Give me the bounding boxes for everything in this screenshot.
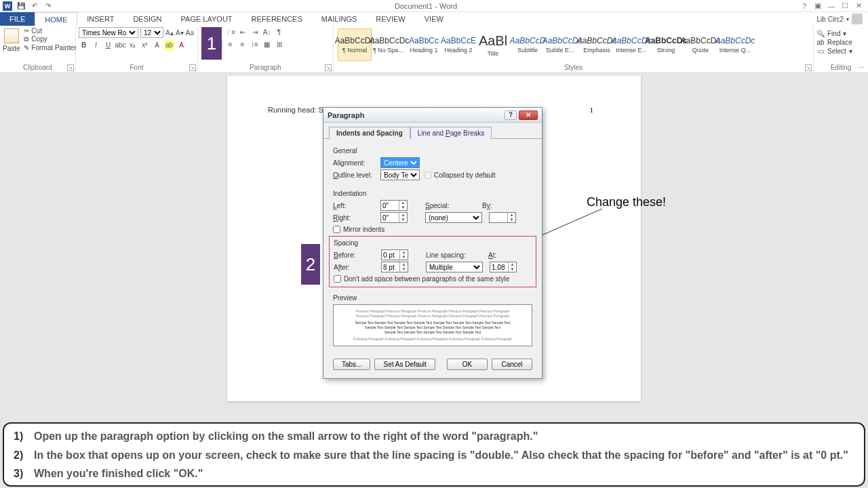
dialog-titlebar[interactable]: Paragraph ? ✕ [323, 108, 542, 123]
style-item[interactable]: AaBbCcDcSubtle Em... [545, 28, 579, 61]
style-item[interactable]: AaBbCcDcStrong [649, 28, 683, 61]
cut-icon: ✂ [23, 27, 30, 35]
italic-button[interactable]: I [91, 40, 101, 50]
align-right-button[interactable]: ≡ [225, 39, 235, 49]
decrease-indent-button[interactable]: ⇤ [237, 27, 248, 37]
line-spacing-button[interactable]: ↕≡ [250, 39, 260, 49]
dialog-help-icon[interactable]: ? [505, 110, 517, 120]
instruction-text-3: When you're finished click "OK." [34, 466, 854, 481]
font-launcher[interactable]: ↘ [189, 64, 196, 71]
tab-page-layout[interactable]: PAGE LAYOUT [172, 12, 242, 26]
styles-launcher[interactable]: ↘ [805, 64, 812, 71]
subscript-button[interactable]: x₂ [127, 40, 138, 50]
clipboard-launcher[interactable]: ↘ [67, 64, 74, 71]
select-button[interactable]: ▭Select ▾ [816, 47, 864, 55]
ok-button[interactable]: OK [447, 359, 488, 370]
styles-gallery[interactable]: AaBbCcDc¶ NormalAaBbCcDc¶ No Spac...AaBb… [336, 27, 810, 64]
tabs-button[interactable]: Tabs... [333, 359, 370, 370]
dontadd-checkbox[interactable] [334, 275, 341, 283]
style-item[interactable]: AaBbCcDcQuote [684, 28, 717, 61]
style-item[interactable]: AaBbCcDcIntense Q... [718, 28, 752, 61]
undo-icon[interactable]: ↶ [30, 1, 39, 11]
strikethrough-button[interactable]: abc [115, 40, 125, 50]
tab-file[interactable]: FILE [0, 12, 35, 26]
save-icon[interactable]: 💾 [16, 1, 26, 11]
change-case-icon[interactable]: Aa [186, 28, 194, 38]
ribbon-options-icon[interactable]: ▣ [812, 1, 823, 10]
borders-button[interactable]: ⊞ [274, 39, 284, 49]
cut-button[interactable]: ✂ Cut [23, 27, 77, 35]
dialog-close-icon[interactable]: ✕ [519, 110, 538, 120]
style-item[interactable]: AaBbCcEHeading 2 [441, 28, 475, 61]
underline-button[interactable]: U [103, 40, 113, 50]
redo-icon[interactable]: ↷ [43, 1, 53, 11]
left-spinner[interactable]: ▲▼ [380, 200, 408, 211]
close-icon[interactable]: ✕ [853, 1, 864, 10]
linespacing-label: Line spacing: [426, 251, 472, 259]
collapse-ribbon-icon[interactable]: ︿ [859, 62, 865, 71]
style-item[interactable]: AaBbCcDc¶ Normal [338, 28, 372, 61]
show-marks-button[interactable]: ¶ [274, 27, 284, 37]
text-effects-button[interactable]: A [152, 40, 162, 50]
mirror-checkbox[interactable] [333, 226, 340, 233]
superscript-button[interactable]: x² [140, 40, 150, 50]
grow-font-icon[interactable]: A▴ [165, 28, 174, 38]
style-item[interactable]: AaBbCcDc¶ No Spac... [372, 28, 406, 61]
style-item[interactable]: AaBbCcDcEmphasis [580, 28, 614, 61]
copy-button[interactable]: ⧉ Copy [23, 35, 77, 43]
maximize-icon[interactable]: ☐ [840, 1, 850, 10]
justify-button[interactable]: ≡ [237, 39, 248, 49]
style-item[interactable]: AaBbCcDcIntense E... [614, 28, 648, 61]
group-label-styles: Styles [336, 64, 810, 73]
font-color-button[interactable]: A [176, 40, 186, 50]
style-item[interactable]: AaBbCcDSubtitle [511, 28, 545, 61]
group-font: Times New Ro 12 A▴ A▾ Aa B I U abc x₂ x²… [76, 26, 198, 73]
after-spinner[interactable]: ▲▼ [381, 262, 408, 272]
style-item[interactable]: AaBbCcHeading 1 [407, 28, 441, 61]
help-icon[interactable]: ? [799, 2, 810, 10]
annotation-text: Change these! [587, 195, 666, 209]
special-select[interactable]: (none) [425, 212, 482, 223]
shrink-font-icon[interactable]: A▾ [176, 28, 184, 38]
dialog-tab-breaks[interactable]: Line and Page Breaks [410, 127, 492, 139]
tab-view[interactable]: VIEW [415, 12, 453, 26]
at-spinner[interactable]: ▲▼ [490, 262, 517, 272]
sort-button[interactable]: A↓ [262, 27, 272, 37]
minimize-icon[interactable]: — [826, 2, 837, 10]
format-painter-button[interactable]: ✎ Format Painter [23, 44, 77, 52]
set-default-button[interactable]: Set As Default [374, 359, 435, 370]
paste-button[interactable]: Paste [3, 27, 20, 52]
tab-review[interactable]: REVIEW [366, 12, 414, 26]
multilevel-button[interactable]: ⋮≡ [225, 27, 235, 37]
instructions-box: 1)Open up the paragraph option by clicki… [3, 422, 865, 487]
before-spinner[interactable]: ▲▼ [381, 249, 408, 260]
section-indentation: Indentation [333, 190, 532, 197]
replace-button[interactable]: abReplace [816, 39, 864, 46]
alignment-label: Alignment: [333, 159, 376, 167]
alignment-select[interactable]: Centered [380, 157, 420, 168]
style-item[interactable]: AaBlTitle [476, 28, 510, 61]
linespacing-select[interactable]: Multiple [426, 262, 483, 272]
tab-insert[interactable]: INSERT [77, 12, 123, 26]
tab-home[interactable]: HOME [35, 12, 77, 26]
tab-mailings[interactable]: MAILINGS [312, 12, 367, 26]
highlight-button[interactable]: ab [164, 40, 174, 50]
at-label: At: [488, 251, 502, 259]
right-spinner[interactable]: ▲▼ [380, 212, 408, 223]
increase-indent-button[interactable]: ⇥ [250, 27, 260, 37]
font-name-select[interactable]: Times New Ro [79, 27, 138, 38]
tab-references[interactable]: REFERENCES [242, 12, 312, 26]
font-size-select[interactable]: 12 [140, 27, 163, 38]
outline-select[interactable]: Body Text [380, 169, 420, 180]
bold-button[interactable]: B [79, 40, 89, 50]
group-label-clipboard: Clipboard [3, 64, 73, 73]
by-spinner[interactable]: ▲▼ [489, 212, 516, 223]
cancel-button[interactable]: Cancel [492, 359, 532, 370]
find-button[interactable]: 🔍Find ▾ [816, 30, 864, 37]
quick-access-toolbar: W 💾 ↶ ↷ [0, 1, 53, 11]
tab-design[interactable]: DESIGN [123, 12, 171, 26]
paragraph-launcher[interactable]: ↘ [325, 64, 332, 71]
user-account[interactable]: Lib Circ2 ▾ [812, 12, 868, 26]
shading-button[interactable]: ▦ [262, 39, 272, 49]
dialog-tab-indents[interactable]: Indents and Spacing [329, 127, 410, 139]
